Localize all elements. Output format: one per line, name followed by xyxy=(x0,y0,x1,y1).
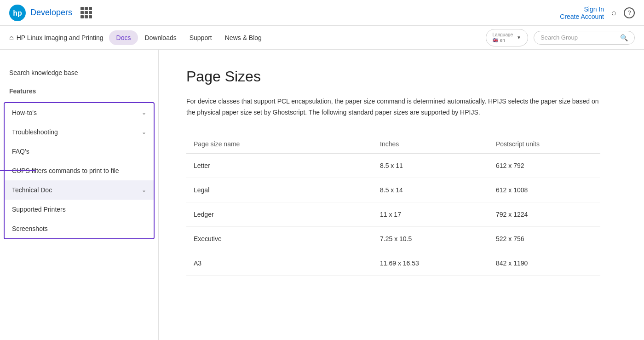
top-search-icon[interactable]: ⌕ xyxy=(611,8,616,17)
language-selector[interactable]: Language 🇬🇧 en ▼ xyxy=(486,29,528,46)
nav-right-controls: Language 🇬🇧 en ▼ 🔍 xyxy=(486,29,635,46)
table-row: A3 11.69 x 16.53 842 x 1190 xyxy=(186,251,600,275)
sidebar-item-technical-doc[interactable]: Technical Doc ⌄ xyxy=(5,180,154,200)
col-header-name: Page size name xyxy=(186,135,373,154)
create-account-link[interactable]: Create Account xyxy=(560,13,604,20)
svg-text:hp: hp xyxy=(13,9,22,17)
home-icon: ⌂ xyxy=(9,34,14,42)
cell-name-0: Letter xyxy=(186,153,373,178)
table-row: Ledger 11 x 17 792 x 1224 xyxy=(186,202,600,226)
cell-name-4: A3 xyxy=(186,251,373,275)
col-header-inches: Inches xyxy=(373,135,489,154)
top-header: hp Developers Sign In Create Account ⌕ ? xyxy=(0,0,644,26)
sidebar-item-howtos[interactable]: How-to's ⌄ xyxy=(5,103,154,122)
cell-ps-0: 612 x 792 xyxy=(489,153,600,178)
language-chevron-icon: ▼ xyxy=(517,35,521,40)
page-title: Page Sizes xyxy=(186,68,616,85)
sidebar-features-label: Features xyxy=(0,82,158,100)
sidebar-search-kb[interactable]: Search knowledge base xyxy=(0,63,158,82)
search-group-box: 🔍 xyxy=(534,31,635,45)
grid-icon[interactable] xyxy=(80,7,92,18)
brand-area: hp Developers xyxy=(9,5,92,21)
page-sizes-table: Page size name Inches Postscript units L… xyxy=(186,135,600,276)
hp-logo: hp xyxy=(9,5,26,21)
arrow-indicator xyxy=(0,168,36,173)
nav-home-label: HP Linux Imaging and Printing xyxy=(17,34,104,41)
content-area: Page Sizes For device classes that suppo… xyxy=(159,50,644,340)
cell-inches-4: 11.69 x 16.53 xyxy=(373,251,489,275)
sidebar: Search knowledge base Features How-to's … xyxy=(0,50,159,340)
search-group-icon[interactable]: 🔍 xyxy=(620,34,628,41)
nav-news-blog[interactable]: News & Blog xyxy=(218,27,268,49)
help-icon[interactable]: ? xyxy=(624,7,635,18)
cell-ps-2: 792 x 1224 xyxy=(489,202,600,226)
flag-icon: 🇬🇧 xyxy=(493,38,498,43)
table-row: Legal 8.5 x 14 612 x 1008 xyxy=(186,178,600,202)
col-header-ps: Postscript units xyxy=(489,135,600,154)
chevron-down-icon: ⌄ xyxy=(142,109,146,116)
cell-inches-3: 7.25 x 10.5 xyxy=(373,226,489,251)
main-layout: Search knowledge base Features How-to's … xyxy=(0,50,644,340)
nav-home-link[interactable]: ⌂ HP Linux Imaging and Printing xyxy=(9,34,109,42)
nav-downloads[interactable]: Downloads xyxy=(138,27,183,49)
cell-inches-2: 11 x 17 xyxy=(373,202,489,226)
chevron-down-icon: ⌄ xyxy=(142,187,146,193)
sidebar-item-screenshots[interactable]: Screenshots xyxy=(5,219,154,238)
cell-name-1: Legal xyxy=(186,178,373,202)
cell-inches-1: 8.5 x 14 xyxy=(373,178,489,202)
cell-inches-0: 8.5 x 11 xyxy=(373,153,489,178)
nav-support[interactable]: Support xyxy=(183,27,218,49)
chevron-down-icon: ⌄ xyxy=(142,129,146,135)
page-description: For device classes that support PCL enca… xyxy=(186,96,600,118)
nav-docs[interactable]: Docs xyxy=(109,30,138,45)
sidebar-item-faqs[interactable]: FAQ's xyxy=(5,142,154,161)
sidebar-item-troubleshooting[interactable]: Troubleshooting ⌄ xyxy=(5,122,154,142)
sidebar-item-supported-printers[interactable]: Supported Printers xyxy=(5,200,154,219)
brand-name: Developers xyxy=(30,8,72,17)
nav-header: ⌂ HP Linux Imaging and Printing Docs Dow… xyxy=(0,26,644,50)
language-label: Language xyxy=(493,32,513,38)
sidebar-group: How-to's ⌄ Troubleshooting ⌄ FAQ's CUPS … xyxy=(4,102,155,239)
sign-in-link[interactable]: Sign In xyxy=(584,6,604,13)
table-header-row: Page size name Inches Postscript units xyxy=(186,135,600,154)
table-row: Letter 8.5 x 11 612 x 792 xyxy=(186,153,600,178)
sidebar-item-cups[interactable]: CUPS filters commands to print to file xyxy=(5,161,154,180)
cell-name-3: Executive xyxy=(186,226,373,251)
cell-ps-4: 842 x 1190 xyxy=(489,251,600,275)
auth-links: Sign In Create Account xyxy=(560,6,604,20)
search-group-input[interactable] xyxy=(540,34,616,41)
cell-ps-3: 522 x 756 xyxy=(489,226,600,251)
cell-name-2: Ledger xyxy=(186,202,373,226)
language-value: en xyxy=(500,38,505,43)
cell-ps-1: 612 x 1008 xyxy=(489,178,600,202)
table-row: Executive 7.25 x 10.5 522 x 756 xyxy=(186,226,600,251)
top-right-actions: Sign In Create Account ⌕ ? xyxy=(560,6,635,20)
